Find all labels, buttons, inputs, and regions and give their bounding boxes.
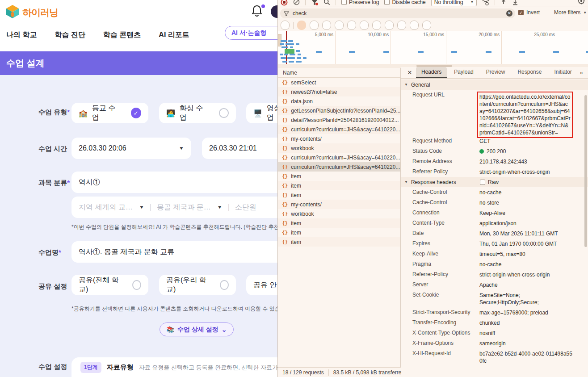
search-icon[interactable] (323, 0, 330, 5)
type-filter-chip[interactable] (360, 21, 369, 30)
tab-payload[interactable]: Payload (449, 67, 479, 78)
request-row[interactable]: {} my-contents/ (278, 134, 400, 143)
general-section-header[interactable]: ▼ General (401, 80, 588, 90)
waterfall-bar (290, 54, 295, 55)
type-filter-chip[interactable] (347, 21, 356, 30)
share-option[interactable]: 공유 안함 (246, 275, 277, 295)
radio-indicator[interactable] (132, 280, 141, 290)
screen: 하이러닝 나의 학교 학습 진단 학습 콘텐츠 AI 리포트 AI 서·논술형 … (0, 0, 588, 377)
settings-gear-icon[interactable] (578, 0, 585, 4)
type-filter-chip[interactable] (335, 21, 344, 30)
clear-button[interactable] (293, 0, 300, 5)
request-row[interactable]: {} semSelect (278, 78, 400, 87)
timeline-overview[interactable]: 5,000 ms10,000 ms15,000 ms20,000 ms25,00… (278, 31, 588, 64)
waterfall-bar (288, 40, 293, 42)
waterfall-bar (303, 57, 307, 59)
request-row[interactable]: {} data.json (278, 96, 400, 106)
more-tabs-icon[interactable]: » (580, 70, 583, 76)
network-conditions-icon[interactable] (482, 0, 489, 5)
name-column-header[interactable]: Name (278, 68, 400, 78)
type-filter-chip[interactable] (385, 21, 394, 30)
type-filter-chip[interactable] (422, 21, 431, 30)
filter-input[interactable]: check ✕ (280, 8, 515, 18)
nav-ai-report[interactable]: AI 리포트 (159, 30, 189, 40)
preserve-log-checkbox[interactable]: Preserve log (341, 0, 379, 5)
request-row[interactable]: {} item (278, 190, 400, 200)
tab-preview[interactable]: Preview (481, 67, 511, 78)
unit-large-select[interactable]: 지역 세계의 교… (79, 203, 133, 212)
filter-toggle-icon[interactable] (311, 0, 318, 5)
radio-indicator[interactable]: ✓ (131, 108, 141, 118)
unit-mid-select[interactable]: 몽골 제국과 문… (157, 203, 211, 212)
type-filter-chip[interactable] (310, 21, 319, 30)
request-row[interactable]: {} curriculum?curriculum=JHS&acay=641022… (278, 125, 400, 134)
disable-cache-checkbox[interactable]: Disable cache (384, 0, 425, 5)
request-row[interactable]: {} getLessonPlanSubjectInfo?lessonPlanId… (278, 106, 400, 115)
grid-line (501, 31, 502, 64)
class-type-option[interactable]: 🧑‍💻 화상 수업 (159, 103, 236, 123)
app-logo[interactable]: 하이러닝 (6, 4, 58, 21)
request-row[interactable]: {} curriculum?curriculum=JHS&acay=641022… (278, 153, 400, 162)
type-filter-chip[interactable] (410, 21, 419, 30)
class-type-option[interactable]: 🏫 등교 수업 ✓ (71, 103, 148, 123)
request-row[interactable]: {} my-contents/ (278, 200, 400, 209)
xhr-icon: {} (282, 136, 288, 142)
request-row[interactable]: {} item (278, 172, 400, 181)
ai-essay-button[interactable]: AI 서·논술형 (225, 26, 277, 40)
invert-checkbox[interactable]: ✓ Invert (518, 9, 540, 16)
request-row[interactable]: {} item (278, 181, 400, 190)
request-row[interactable]: {} workbook (278, 143, 400, 153)
tab-initiator[interactable]: Initiator (549, 67, 577, 78)
subject-select[interactable]: 역사① (71, 172, 277, 193)
radio-indicator[interactable] (220, 280, 229, 290)
request-row[interactable]: {} curriculum?curriculum=JHS&acay=641022… (278, 162, 400, 172)
throttling-select[interactable]: No throttling▼ (431, 0, 477, 6)
nav-learning-contents[interactable]: 학습 콘텐츠 (103, 30, 141, 40)
export-har-icon[interactable] (512, 0, 518, 5)
notification-bell-icon[interactable] (251, 4, 265, 18)
detail-scrollbar-thumb[interactable] (584, 95, 587, 247)
share-option[interactable]: 공유(우리 학교) (159, 275, 236, 295)
tab-response[interactable]: Response (512, 67, 547, 78)
nav-my-school[interactable]: 나의 학교 (6, 30, 37, 40)
request-row[interactable]: {} newest3?noti=false (278, 87, 400, 96)
header-row: Remote Address 210.178.43.242:443 (401, 156, 588, 167)
tab-headers[interactable]: Headers (416, 67, 447, 78)
import-har-icon[interactable] (500, 0, 507, 5)
chevron-down-icon: ▼ (139, 205, 144, 209)
request-row[interactable]: {} item (278, 218, 400, 228)
class-type-option[interactable]: 🖥️ 영상 수업 (246, 103, 277, 123)
nav-learning-diagnosis[interactable]: 학습 진단 (55, 30, 85, 40)
type-filter-chip[interactable] (281, 21, 290, 30)
record-button[interactable] (281, 0, 288, 6)
class-time-end-select[interactable]: 26.03.30 21:01 (202, 138, 277, 159)
close-icon[interactable]: ✕ (405, 69, 414, 76)
class-detail-settings-button[interactable]: 📚 수업 상세 설정 ⌄ (160, 323, 234, 336)
unit-small-select[interactable]: 소단원 (235, 203, 256, 212)
request-row[interactable]: {} detail?lessonPlanId=25042816192000401… (278, 115, 400, 125)
request-row[interactable]: {} item (278, 228, 400, 237)
type-filter-chip[interactable] (397, 21, 406, 30)
response-headers-section-header[interactable]: ▼ Response headers Raw (401, 177, 588, 187)
profile-avatar[interactable] (271, 5, 277, 18)
xhr-icon: {} (282, 108, 288, 113)
raw-checkbox[interactable]: Raw (480, 179, 499, 185)
request-row[interactable]: {} workbook (278, 209, 400, 218)
header-row: Connection Keep-Alive (401, 208, 588, 218)
request-count: 18 / 129 requests (282, 369, 324, 376)
polling-request-dash (383, 51, 389, 53)
grid-line (446, 31, 446, 64)
class-time-label: 수업 시간 (38, 145, 67, 153)
type-filter-chip[interactable] (322, 21, 331, 30)
request-row[interactable]: {} item (278, 237, 400, 247)
radio-indicator[interactable] (219, 108, 229, 118)
grid-line (335, 31, 336, 64)
clear-filter-icon[interactable]: ✕ (506, 10, 512, 17)
waterfall-bar (281, 40, 287, 42)
class-time-start-select[interactable]: 26.03.30 20:06 ▼ (71, 138, 191, 159)
more-filters-button[interactable]: More filters ▼ (554, 9, 587, 16)
type-filter-chip[interactable] (372, 21, 381, 30)
share-option[interactable]: 공유(전체 학교) (71, 275, 148, 295)
class-name-input[interactable]: 역사①. 몽골 제국과 문화 교류 (71, 241, 277, 263)
type-filter-chip[interactable] (297, 21, 306, 30)
